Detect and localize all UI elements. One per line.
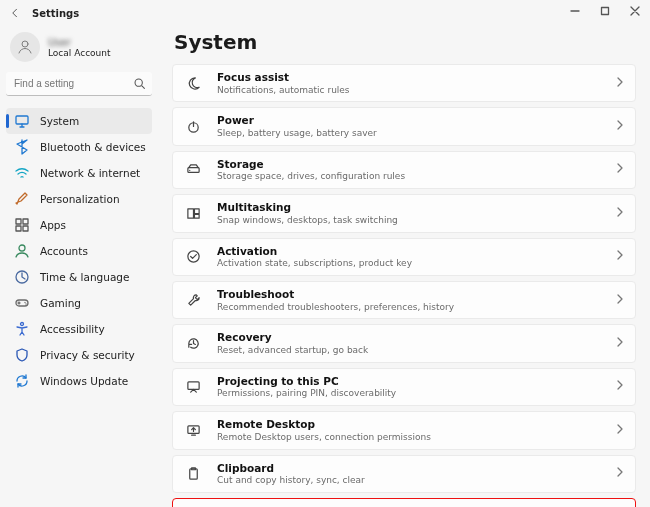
nav-item-accounts[interactable]: Accounts (6, 238, 152, 264)
row-title: Troubleshoot (217, 288, 615, 301)
svg-rect-18 (187, 382, 198, 390)
brush-icon (14, 191, 30, 207)
chevron-right-icon (615, 120, 625, 133)
row-title: Projecting to this PC (217, 375, 615, 388)
svg-rect-4 (16, 219, 21, 224)
chevron-right-icon (615, 294, 625, 307)
clipboard-icon (183, 466, 203, 481)
svg-point-1 (22, 41, 28, 47)
clock-icon (14, 269, 30, 285)
search-input[interactable] (6, 72, 152, 96)
svg-point-8 (19, 245, 25, 251)
nav-label: Gaming (40, 297, 81, 309)
row-title: Storage (217, 158, 615, 171)
nav-label: Accounts (40, 245, 88, 257)
row-remote-desktop[interactable]: Remote Desktop Remote Desktop users, con… (172, 411, 636, 449)
svg-rect-0 (602, 8, 609, 15)
moon-icon (183, 76, 203, 91)
nav-item-personalization[interactable]: Personalization (6, 186, 152, 212)
close-button[interactable] (620, 0, 650, 22)
account-block[interactable]: User Local Account (6, 26, 152, 72)
titlebar: Settings (0, 0, 650, 26)
nav-label: System (40, 115, 79, 127)
row-about[interactable]: About Device specifications, rename PC, … (172, 498, 636, 507)
update-icon (14, 373, 30, 389)
nav-item-network[interactable]: Network & internet (6, 160, 152, 186)
row-clipboard[interactable]: Clipboard Cut and copy history, sync, cl… (172, 455, 636, 493)
nav-label: Bluetooth & devices (40, 141, 146, 153)
row-focus-assist[interactable]: Focus assist Notifications, automatic ru… (172, 64, 636, 102)
apps-icon (14, 217, 30, 233)
svg-rect-5 (23, 219, 28, 224)
row-projecting[interactable]: Projecting to this PC Permissions, pairi… (172, 368, 636, 406)
window-controls (560, 0, 650, 22)
nav-item-privacy[interactable]: Privacy & security (6, 342, 152, 368)
chevron-right-icon (615, 207, 625, 220)
back-button[interactable] (6, 4, 24, 22)
nav-label: Accessibility (40, 323, 105, 335)
row-title: Focus assist (217, 71, 615, 84)
row-sub: Storage space, drives, configuration rul… (217, 171, 615, 182)
nav-item-system[interactable]: System (6, 108, 152, 134)
nav-label: Personalization (40, 193, 120, 205)
sidebar: User Local Account System Bluetooth & de… (0, 26, 158, 507)
avatar (10, 32, 40, 62)
row-sub: Permissions, pairing PIN, discoverabilit… (217, 388, 615, 399)
nav-label: Privacy & security (40, 349, 135, 361)
row-sub: Reset, advanced startup, go back (217, 345, 615, 356)
row-sub: Sleep, battery usage, battery saver (217, 128, 615, 139)
row-storage[interactable]: Storage Storage space, drives, configura… (172, 151, 636, 189)
gamepad-icon (14, 295, 30, 311)
nav-list: System Bluetooth & devices Network & int… (6, 108, 152, 394)
person-icon (14, 243, 30, 259)
row-multitasking[interactable]: Multitasking Snap windows, desktops, tas… (172, 194, 636, 232)
row-power[interactable]: Power Sleep, battery usage, battery save… (172, 107, 636, 145)
chevron-right-icon (615, 337, 625, 350)
account-name: User (48, 37, 111, 48)
chevron-right-icon (615, 467, 625, 480)
windows-icon (183, 206, 203, 221)
svg-point-17 (187, 251, 198, 262)
search-wrap (6, 72, 152, 96)
row-title: Remote Desktop (217, 418, 615, 431)
row-troubleshoot[interactable]: Troubleshoot Recommended troubleshooters… (172, 281, 636, 319)
nav-item-apps[interactable]: Apps (6, 212, 152, 238)
wrench-icon (183, 293, 203, 308)
cast-icon (183, 379, 203, 394)
svg-rect-7 (23, 226, 28, 231)
maximize-button[interactable] (590, 0, 620, 22)
row-activation[interactable]: Activation Activation state, subscriptio… (172, 238, 636, 276)
chevron-right-icon (615, 77, 625, 90)
svg-rect-14 (187, 209, 193, 218)
page-title: System (174, 30, 636, 54)
bluetooth-icon (14, 139, 30, 155)
row-recovery[interactable]: Recovery Reset, advanced startup, go bac… (172, 324, 636, 362)
row-sub: Snap windows, desktops, task switching (217, 215, 615, 226)
window-title: Settings (32, 8, 79, 19)
row-title: Clipboard (217, 462, 615, 475)
row-sub: Notifications, automatic rules (217, 85, 615, 96)
row-sub: Recommended troubleshooters, preferences… (217, 302, 615, 313)
row-title: Activation (217, 245, 615, 258)
nav-item-gaming[interactable]: Gaming (6, 290, 152, 316)
row-title: Multitasking (217, 201, 615, 214)
minimize-button[interactable] (560, 0, 590, 22)
row-sub: Cut and copy history, sync, clear (217, 475, 615, 486)
row-sub: Activation state, subscriptions, product… (217, 258, 615, 269)
nav-item-accessibility[interactable]: Accessibility (6, 316, 152, 342)
nav-item-time[interactable]: Time & language (6, 264, 152, 290)
accessibility-icon (14, 321, 30, 337)
row-title: Power (217, 114, 615, 127)
nav-item-bluetooth[interactable]: Bluetooth & devices (6, 134, 152, 160)
account-type: Local Account (48, 48, 111, 58)
svg-rect-3 (16, 116, 28, 124)
nav-label: Windows Update (40, 375, 128, 387)
shield-icon (14, 347, 30, 363)
chevron-right-icon (615, 250, 625, 263)
nav-item-windows-update[interactable]: Windows Update (6, 368, 152, 394)
svg-point-11 (21, 323, 24, 326)
settings-list: Focus assist Notifications, automatic ru… (172, 64, 636, 507)
content: System Focus assist Notifications, autom… (158, 26, 650, 507)
row-title: Recovery (217, 331, 615, 344)
svg-point-2 (135, 79, 142, 86)
